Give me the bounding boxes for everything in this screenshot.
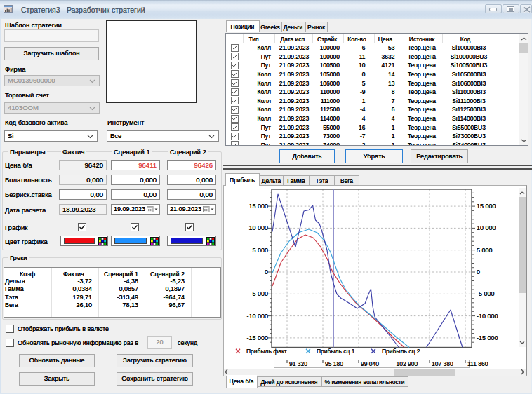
svg-text:0: 0 — [265, 269, 268, 276]
svg-text:0: 0 — [477, 269, 480, 276]
svg-text:-10 000: -10 000 — [477, 313, 498, 320]
svg-text:15 000: 15 000 — [477, 203, 496, 210]
svg-text:5 000: 5 000 — [477, 247, 493, 254]
svg-text:95 180: 95 180 — [325, 360, 343, 367]
svg-text:111 860: 111 860 — [467, 360, 488, 367]
svg-text:99 040: 99 040 — [361, 360, 379, 367]
svg-text:-15 000: -15 000 — [477, 334, 498, 341]
svg-text:-5 000: -5 000 — [477, 290, 495, 297]
svg-text:Прибыль факт.: Прибыль факт. — [246, 348, 288, 355]
svg-text:15 000: 15 000 — [248, 203, 268, 210]
svg-text:10 000: 10 000 — [248, 224, 268, 231]
svg-text:107 380: 107 380 — [432, 360, 453, 367]
svg-text:91 320: 91 320 — [289, 360, 307, 367]
svg-text:-10 000: -10 000 — [246, 313, 268, 320]
svg-text:5 000: 5 000 — [252, 247, 268, 254]
svg-text:-15 000: -15 000 — [246, 334, 268, 341]
svg-text:10 000: 10 000 — [477, 224, 496, 231]
svg-text:Прибыль сц.2: Прибыль сц.2 — [382, 348, 420, 355]
svg-text:-5 000: -5 000 — [250, 290, 268, 297]
svg-text:102 900: 102 900 — [397, 360, 418, 367]
svg-text:Прибыль сц.1: Прибыль сц.1 — [317, 348, 355, 355]
